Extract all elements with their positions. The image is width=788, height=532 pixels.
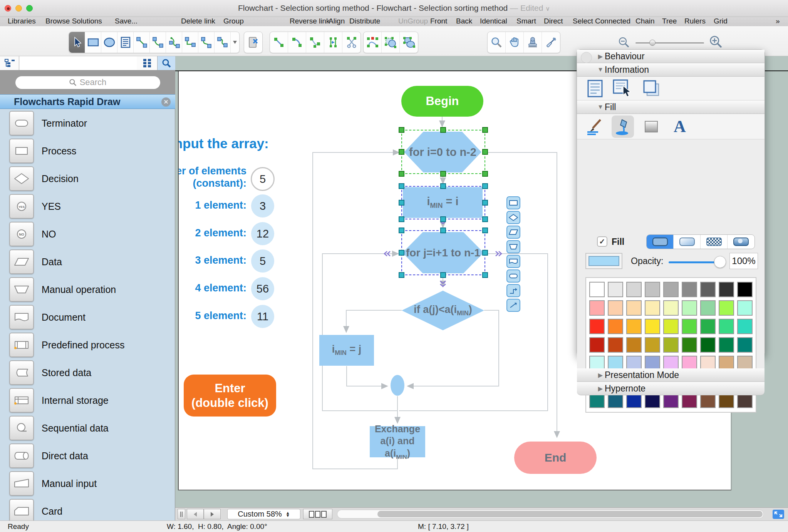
- menu-item-[interactable]: »: [776, 17, 780, 25]
- palette-color-fcedb2[interactable]: [645, 300, 660, 316]
- library-item-card[interactable]: Card: [0, 497, 175, 520]
- gradient-fill-segment[interactable]: [674, 235, 701, 249]
- flowchart-node-merge-circle[interactable]: [391, 375, 404, 396]
- library-item-manual-input[interactable]: Manual input: [0, 470, 175, 497]
- library-item-sequential-data[interactable]: Sequential data: [0, 414, 175, 442]
- canvas-heading[interactable]: Input the array:: [178, 136, 269, 151]
- selection-handle[interactable]: [482, 149, 488, 155]
- selection-handle[interactable]: [399, 216, 404, 222]
- palette-color-a6b522[interactable]: [663, 337, 679, 353]
- process-icon[interactable]: [9, 139, 34, 163]
- rapid-draw-terminator-button[interactable]: [506, 269, 520, 283]
- zoom-out-icon[interactable]: [618, 36, 631, 49]
- palette-color-5f5f5f[interactable]: [700, 282, 716, 297]
- hypertext-note-icon[interactable]: [612, 79, 632, 98]
- menu-item-delete-link[interactable]: Delete link: [181, 17, 215, 25]
- menu-item-ungroup[interactable]: UnGroup: [398, 17, 428, 25]
- ellipse-tool-button[interactable]: [101, 32, 117, 53]
- add-handles-button[interactable]: [324, 32, 342, 53]
- duplicates-icon[interactable]: [642, 79, 661, 98]
- texture-fill-segment[interactable]: [728, 235, 754, 249]
- library-search-button[interactable]: [158, 56, 175, 70]
- menu-item-identical[interactable]: Identical: [480, 17, 507, 25]
- scrollbar-thumb[interactable]: [377, 511, 763, 517]
- element-value-1[interactable]: 3: [251, 194, 274, 217]
- rapid-draw-manual-operation-button[interactable]: [506, 240, 520, 253]
- yes-icon[interactable]: YES: [9, 194, 34, 219]
- no-icon[interactable]: NO: [9, 222, 34, 246]
- menu-item-reverse-link[interactable]: Reverse link: [290, 17, 330, 25]
- zoom-slider-track[interactable]: [635, 42, 704, 43]
- zoom-stepper-icon[interactable]: ▲▼: [286, 512, 290, 517]
- palette-color-27b04b[interactable]: [700, 319, 716, 334]
- stamp-button[interactable]: [524, 32, 542, 53]
- palette-color-fce32a[interactable]: [645, 319, 660, 334]
- rapid-draw-elbow-connector-button[interactable]: [506, 284, 520, 297]
- library-item-predefined-process[interactable]: Predefined process: [0, 331, 175, 359]
- palette-color-006715[interactable]: [700, 337, 716, 353]
- current-fill-swatch[interactable]: [585, 253, 622, 269]
- menu-item-group[interactable]: Group: [223, 17, 244, 25]
- palette-color-90d6a2[interactable]: [700, 300, 716, 316]
- line-segment-button[interactable]: [270, 32, 288, 53]
- prev-page-button[interactable]: [187, 509, 204, 519]
- horizontal-scrollbar[interactable]: [337, 510, 764, 519]
- next-page-button[interactable]: [204, 509, 221, 519]
- opacity-value[interactable]: 100%: [729, 253, 758, 269]
- sequential-data-icon[interactable]: [9, 416, 34, 440]
- group-shapes-button[interactable]: [400, 32, 418, 53]
- selection-handle[interactable]: [399, 200, 404, 206]
- menu-item-select-connected[interactable]: Select Connected: [573, 17, 630, 25]
- fill-checkbox[interactable]: ✓: [597, 236, 607, 247]
- connector-dropdown-icon[interactable]: [231, 32, 239, 53]
- panel-knob[interactable]: [581, 52, 592, 63]
- selection-handle[interactable]: [440, 272, 446, 278]
- rapid-draw-document-button[interactable]: [506, 255, 520, 268]
- zoom-in-icon[interactable]: [709, 35, 724, 50]
- menu-item-browse-solutions[interactable]: Browse Solutions: [45, 17, 102, 25]
- data-icon[interactable]: [9, 249, 34, 274]
- direct-data-icon[interactable]: [9, 443, 34, 468]
- count-label[interactable]: Number of elements(constant):: [178, 165, 246, 190]
- selection-handle[interactable]: [399, 272, 404, 278]
- fill-style-tab[interactable]: [612, 115, 634, 138]
- palette-color-c2c2c2[interactable]: [645, 282, 660, 297]
- menu-item-save[interactable]: Save...: [115, 17, 137, 25]
- palette-color-fc2e1e[interactable]: [589, 319, 605, 334]
- bezier-connector-button[interactable]: [166, 32, 182, 53]
- title-chevron-icon[interactable]: ∨: [545, 5, 550, 12]
- terminator-icon[interactable]: [9, 111, 34, 136]
- fit-page-icon[interactable]: [772, 509, 785, 520]
- library-item-stored-data[interactable]: Stored data: [0, 359, 175, 386]
- zoom-slider-knob[interactable]: [649, 40, 656, 46]
- selection-handle[interactable]: [440, 183, 446, 189]
- menu-item-grid[interactable]: Grid: [714, 17, 728, 25]
- element-label-3[interactable]: 3 element:: [178, 254, 246, 266]
- palette-color-fc8525[interactable]: [608, 319, 623, 334]
- arc-segment-button[interactable]: [288, 32, 306, 53]
- selection-box-set-imin-i[interactable]: [401, 186, 485, 219]
- rapid-draw-direct-connector-button[interactable]: [506, 299, 520, 312]
- text-style-tab[interactable]: A: [669, 115, 691, 138]
- library-path-field[interactable]: [19, 56, 137, 70]
- curve-segment-button[interactable]: [306, 32, 324, 53]
- menu-item-tree[interactable]: Tree: [662, 17, 677, 25]
- selection-handle[interactable]: [482, 127, 488, 133]
- smart-connector-button[interactable]: [215, 32, 231, 53]
- palette-color-a2f84e[interactable]: [719, 300, 734, 316]
- selection-handle[interactable]: [482, 171, 488, 177]
- selection-handle[interactable]: [399, 171, 404, 177]
- palette-color-36da85[interactable]: [719, 319, 734, 334]
- predefined-process-icon[interactable]: [9, 333, 34, 357]
- section-hypernote[interactable]: ▶ Hypernote: [577, 382, 765, 395]
- pan-hand-button[interactable]: [506, 32, 524, 53]
- element-value-4[interactable]: 56: [251, 277, 274, 300]
- selection-handle[interactable]: [482, 272, 488, 278]
- palette-color-c42010[interactable]: [589, 337, 605, 353]
- manual-input-icon[interactable]: [9, 471, 34, 496]
- palette-color-5cda42[interactable]: [682, 319, 697, 334]
- rapid-draw-decision-button[interactable]: [506, 211, 520, 224]
- palette-color-00814b[interactable]: [719, 337, 734, 353]
- element-label-5[interactable]: 5 element:: [178, 310, 246, 322]
- palette-color-008174[interactable]: [737, 337, 753, 353]
